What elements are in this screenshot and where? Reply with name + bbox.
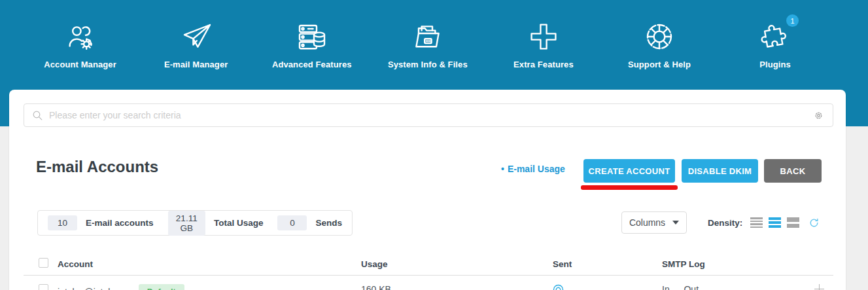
folder-files-icon	[412, 18, 443, 55]
nav-label: Advanced Features	[272, 60, 352, 69]
density-compact-icon[interactable]	[750, 217, 763, 228]
bullet: •	[501, 164, 504, 174]
density-medium-icon[interactable]	[769, 217, 781, 228]
nav-item-support-help[interactable]: Support & Help	[601, 0, 717, 90]
nav-item-advanced-features[interactable]: Advanced Features	[254, 0, 370, 90]
users-gear-icon	[65, 18, 96, 55]
stats-summary: 10 E-mail accounts 21.11 GB Total Usage …	[37, 210, 353, 236]
page-title: E-mail Accounts	[36, 158, 158, 176]
plus-outline-icon	[528, 18, 559, 55]
stat-value: 21.11 GB	[168, 211, 205, 236]
columns-dropdown[interactable]: Columns	[621, 211, 687, 234]
nav-item-extra-features[interactable]: Extra Features	[485, 0, 601, 90]
stat-label: Sends	[315, 218, 342, 228]
email-usage-link[interactable]: • E-mail Usage	[501, 164, 565, 174]
stat-value: 10	[48, 215, 77, 230]
disable-dkim-button[interactable]: DISABLE DKIM	[682, 159, 758, 183]
main-navigation: Account Manager E-mail Manager Advanced	[22, 0, 833, 90]
stat-value: 0	[277, 215, 307, 230]
stat-label: Total Usage	[214, 218, 264, 228]
search-bar	[24, 103, 833, 127]
smtp-log-link[interactable]: In → Out	[654, 284, 778, 290]
stat-sends: 0 Sends	[277, 215, 342, 230]
search-input[interactable]	[49, 110, 812, 120]
usage-value: 160 KB	[353, 284, 545, 290]
sent-summary-icon[interactable]	[545, 284, 654, 290]
refresh-icon[interactable]	[809, 218, 819, 228]
density-comfortable-icon[interactable]	[787, 217, 799, 228]
table-header-row: Account Usage Sent SMTP Log	[24, 253, 833, 276]
plugins-badge: 1	[786, 14, 799, 27]
column-header-smtp-log[interactable]: SMTP Log	[654, 259, 778, 269]
density-controls: Density:	[708, 211, 819, 234]
email-accounts-table: Account Usage Sent SMTP Log jetplus@jetp…	[24, 253, 833, 290]
density-label: Density:	[708, 218, 742, 228]
stat-total-usage: 21.11 GB Total Usage	[168, 211, 264, 236]
stat-email-accounts: 10 E-mail accounts	[48, 215, 154, 230]
search-settings-gear-icon[interactable]	[812, 109, 825, 122]
row-add-plus-icon[interactable]	[814, 284, 824, 290]
select-all-checkbox[interactable]	[39, 258, 48, 268]
column-header-usage[interactable]: Usage	[353, 259, 545, 269]
content-panel: E-mail Accounts • E-mail Usage CREATE AC…	[9, 90, 846, 290]
nav-item-plugins[interactable]: 1 Plugins	[718, 0, 833, 90]
nav-label: Support & Help	[628, 60, 691, 69]
nav-label: Extra Features	[513, 60, 574, 69]
nav-item-account-manager[interactable]: Account Manager	[22, 0, 138, 90]
default-badge: Default	[139, 284, 184, 290]
nav-label: Account Manager	[44, 60, 116, 69]
nav-label: System Info & Files	[388, 60, 468, 69]
lifebuoy-icon	[644, 18, 675, 55]
stat-label: E-mail accounts	[86, 218, 154, 228]
row-checkbox[interactable]	[39, 284, 48, 290]
paper-plane-icon	[181, 18, 212, 55]
account-email[interactable]: jetplus@jetplus.ca	[58, 287, 132, 290]
nav-label: E-mail Manager	[164, 60, 228, 69]
server-database-icon	[296, 18, 328, 55]
chevron-down-icon	[672, 221, 679, 225]
column-header-account[interactable]: Account	[50, 259, 353, 269]
back-button[interactable]: BACK	[764, 159, 822, 183]
nav-item-system-info-files[interactable]: System Info & Files	[370, 0, 485, 90]
nav-item-email-manager[interactable]: E-mail Manager	[138, 0, 254, 90]
column-header-sent[interactable]: Sent	[545, 259, 654, 269]
search-icon	[32, 110, 43, 121]
red-annotation-underline	[581, 185, 678, 190]
table-row: jetplus@jetplus.ca Default 160 KB In → O…	[24, 276, 833, 290]
create-account-button[interactable]: CREATE ACCOUNT	[583, 159, 675, 183]
nav-label: Plugins	[759, 60, 791, 69]
puzzle-icon: 1	[759, 18, 791, 55]
